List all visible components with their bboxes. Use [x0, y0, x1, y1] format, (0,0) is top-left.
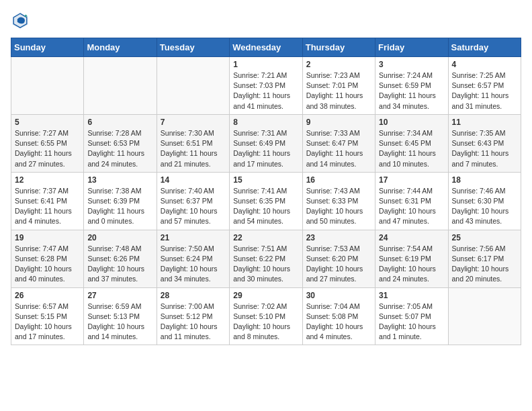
day-info: Sunrise: 7:46 AM Sunset: 6:30 PM Dayligh…	[452, 186, 517, 227]
calendar-header-row: SundayMondayTuesdayWednesdayThursdayFrid…	[11, 38, 521, 57]
day-info: Sunrise: 7:31 AM Sunset: 6:49 PM Dayligh…	[233, 128, 298, 169]
day-number: 8	[233, 118, 298, 127]
calendar-cell: 10Sunrise: 7:34 AM Sunset: 6:45 PM Dayli…	[375, 114, 448, 172]
calendar-cell: 22Sunrise: 7:51 AM Sunset: 6:22 PM Dayli…	[230, 230, 302, 287]
day-info: Sunrise: 7:40 AM Sunset: 6:37 PM Dayligh…	[161, 186, 226, 227]
day-of-week-header: Sunday	[11, 38, 84, 57]
day-info: Sunrise: 7:02 AM Sunset: 5:10 PM Dayligh…	[233, 302, 298, 342]
day-info: Sunrise: 7:25 AM Sunset: 6:57 PM Dayligh…	[452, 71, 517, 111]
calendar-cell: 19Sunrise: 7:47 AM Sunset: 6:28 PM Dayli…	[11, 230, 84, 287]
day-number: 29	[233, 291, 298, 300]
day-info: Sunrise: 7:04 AM Sunset: 5:08 PM Dayligh…	[306, 302, 371, 342]
calendar-cell	[157, 57, 229, 115]
day-number: 13	[87, 175, 152, 185]
day-info: Sunrise: 7:23 AM Sunset: 7:01 PM Dayligh…	[306, 71, 371, 111]
calendar-cell: 13Sunrise: 7:38 AM Sunset: 6:39 PM Dayli…	[84, 172, 157, 230]
day-info: Sunrise: 7:33 AM Sunset: 6:47 PM Dayligh…	[306, 128, 371, 169]
day-number: 2	[306, 60, 371, 69]
calendar-cell: 24Sunrise: 7:54 AM Sunset: 6:19 PM Dayli…	[375, 230, 448, 287]
day-number: 10	[379, 118, 444, 127]
day-of-week-header: Saturday	[448, 38, 521, 57]
day-info: Sunrise: 7:43 AM Sunset: 6:33 PM Dayligh…	[306, 186, 371, 227]
day-info: Sunrise: 7:05 AM Sunset: 5:07 PM Dayligh…	[379, 302, 444, 342]
calendar-cell: 7Sunrise: 7:30 AM Sunset: 6:51 PM Daylig…	[157, 114, 229, 172]
calendar-cell: 15Sunrise: 7:41 AM Sunset: 6:35 PM Dayli…	[230, 172, 302, 230]
logo	[11, 11, 32, 30]
calendar-cell: 1Sunrise: 7:21 AM Sunset: 7:03 PM Daylig…	[230, 57, 302, 115]
day-info: Sunrise: 7:28 AM Sunset: 6:53 PM Dayligh…	[87, 128, 152, 169]
day-of-week-header: Wednesday	[230, 38, 302, 57]
calendar-cell: 28Sunrise: 7:00 AM Sunset: 5:12 PM Dayli…	[157, 287, 229, 345]
day-of-week-header: Thursday	[302, 38, 375, 57]
calendar-table: SundayMondayTuesdayWednesdayThursdayFrid…	[11, 38, 521, 345]
day-number: 27	[87, 291, 152, 300]
day-info: Sunrise: 7:48 AM Sunset: 6:26 PM Dayligh…	[87, 244, 152, 285]
day-number: 11	[452, 118, 517, 127]
day-number: 18	[452, 175, 517, 185]
calendar-cell: 16Sunrise: 7:43 AM Sunset: 6:33 PM Dayli…	[302, 172, 375, 230]
day-number: 12	[15, 175, 80, 185]
calendar-week-row: 26Sunrise: 6:57 AM Sunset: 5:15 PM Dayli…	[11, 287, 521, 345]
calendar-cell: 11Sunrise: 7:35 AM Sunset: 6:43 PM Dayli…	[448, 114, 521, 172]
calendar-week-row: 1Sunrise: 7:21 AM Sunset: 7:03 PM Daylig…	[11, 57, 521, 115]
day-number: 23	[306, 233, 371, 242]
day-info: Sunrise: 7:35 AM Sunset: 6:43 PM Dayligh…	[452, 128, 517, 169]
day-number: 1	[233, 60, 298, 69]
logo-icon	[11, 11, 30, 30]
day-info: Sunrise: 7:50 AM Sunset: 6:24 PM Dayligh…	[161, 244, 226, 285]
day-info: Sunrise: 7:54 AM Sunset: 6:19 PM Dayligh…	[379, 244, 444, 285]
day-info: Sunrise: 7:34 AM Sunset: 6:45 PM Dayligh…	[379, 128, 444, 169]
day-number: 31	[379, 291, 444, 300]
page-header	[11, 11, 521, 30]
calendar-cell: 2Sunrise: 7:23 AM Sunset: 7:01 PM Daylig…	[302, 57, 375, 115]
day-number: 21	[161, 233, 226, 242]
day-info: Sunrise: 7:53 AM Sunset: 6:20 PM Dayligh…	[306, 244, 371, 285]
day-info: Sunrise: 7:37 AM Sunset: 6:41 PM Dayligh…	[15, 186, 80, 227]
calendar-cell: 14Sunrise: 7:40 AM Sunset: 6:37 PM Dayli…	[157, 172, 229, 230]
day-info: Sunrise: 7:51 AM Sunset: 6:22 PM Dayligh…	[233, 244, 298, 285]
day-info: Sunrise: 6:59 AM Sunset: 5:13 PM Dayligh…	[87, 302, 152, 342]
calendar-cell: 5Sunrise: 7:27 AM Sunset: 6:55 PM Daylig…	[11, 114, 84, 172]
day-number: 4	[452, 60, 517, 69]
day-number: 26	[15, 291, 80, 300]
day-number: 25	[452, 233, 517, 242]
calendar-cell: 21Sunrise: 7:50 AM Sunset: 6:24 PM Dayli…	[157, 230, 229, 287]
calendar-cell: 9Sunrise: 7:33 AM Sunset: 6:47 PM Daylig…	[302, 114, 375, 172]
calendar-cell: 18Sunrise: 7:46 AM Sunset: 6:30 PM Dayli…	[448, 172, 521, 230]
day-info: Sunrise: 7:24 AM Sunset: 6:59 PM Dayligh…	[379, 71, 444, 111]
day-number: 22	[233, 233, 298, 242]
day-number: 14	[161, 175, 226, 185]
day-info: Sunrise: 7:00 AM Sunset: 5:12 PM Dayligh…	[161, 302, 226, 342]
day-number: 7	[161, 118, 226, 127]
day-of-week-header: Friday	[375, 38, 448, 57]
calendar-cell: 17Sunrise: 7:44 AM Sunset: 6:31 PM Dayli…	[375, 172, 448, 230]
day-number: 30	[306, 291, 371, 300]
day-number: 6	[87, 118, 152, 127]
calendar-week-row: 12Sunrise: 7:37 AM Sunset: 6:41 PM Dayli…	[11, 172, 521, 230]
calendar-cell	[84, 57, 157, 115]
day-number: 3	[379, 60, 444, 69]
day-number: 15	[233, 175, 298, 185]
day-number: 20	[87, 233, 152, 242]
day-number: 16	[306, 175, 371, 185]
calendar-cell: 27Sunrise: 6:59 AM Sunset: 5:13 PM Dayli…	[84, 287, 157, 345]
day-number: 28	[161, 291, 226, 300]
calendar-cell: 4Sunrise: 7:25 AM Sunset: 6:57 PM Daylig…	[448, 57, 521, 115]
day-number: 17	[379, 175, 444, 185]
calendar-cell	[11, 57, 84, 115]
day-info: Sunrise: 7:41 AM Sunset: 6:35 PM Dayligh…	[233, 186, 298, 227]
day-number: 24	[379, 233, 444, 242]
calendar-cell: 30Sunrise: 7:04 AM Sunset: 5:08 PM Dayli…	[302, 287, 375, 345]
day-number: 9	[306, 118, 371, 127]
calendar-cell: 25Sunrise: 7:56 AM Sunset: 6:17 PM Dayli…	[448, 230, 521, 287]
calendar-cell	[448, 287, 521, 345]
day-info: Sunrise: 6:57 AM Sunset: 5:15 PM Dayligh…	[15, 302, 80, 342]
calendar-week-row: 19Sunrise: 7:47 AM Sunset: 6:28 PM Dayli…	[11, 230, 521, 287]
calendar-cell: 20Sunrise: 7:48 AM Sunset: 6:26 PM Dayli…	[84, 230, 157, 287]
calendar-cell: 12Sunrise: 7:37 AM Sunset: 6:41 PM Dayli…	[11, 172, 84, 230]
calendar-cell: 6Sunrise: 7:28 AM Sunset: 6:53 PM Daylig…	[84, 114, 157, 172]
day-info: Sunrise: 7:27 AM Sunset: 6:55 PM Dayligh…	[15, 128, 80, 169]
day-info: Sunrise: 7:44 AM Sunset: 6:31 PM Dayligh…	[379, 186, 444, 227]
day-of-week-header: Monday	[84, 38, 157, 57]
calendar-cell: 26Sunrise: 6:57 AM Sunset: 5:15 PM Dayli…	[11, 287, 84, 345]
